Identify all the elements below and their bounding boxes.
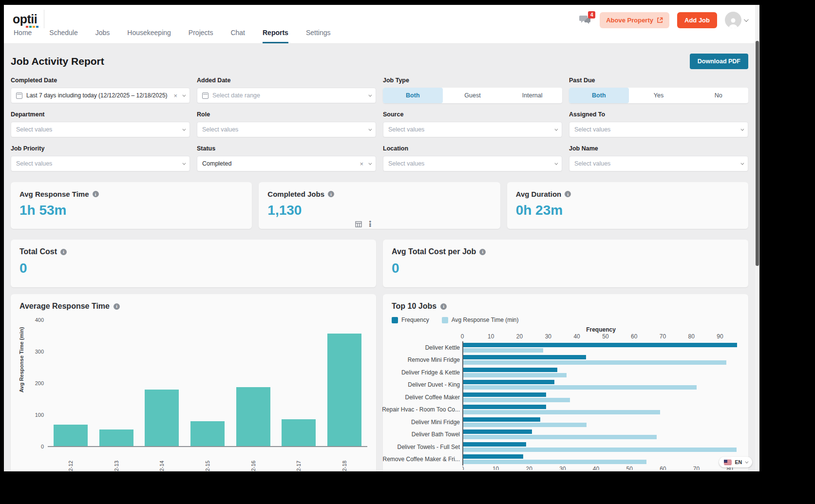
filter-source: Source Select values	[383, 111, 562, 137]
segment-option-no[interactable]: No	[688, 88, 748, 103]
avg-response-time-bar[interactable]	[463, 410, 660, 414]
us-flag-icon	[724, 460, 732, 465]
tab-housekeeping[interactable]: Housekeeping	[127, 29, 171, 43]
bar[interactable]	[236, 387, 270, 446]
avg-response-time-bar[interactable]	[463, 373, 567, 377]
assigned-to-select[interactable]: Select values	[569, 122, 748, 137]
calendar-icon	[16, 93, 22, 99]
status-select[interactable]: Completed ×	[197, 156, 376, 171]
frequency-bar[interactable]	[463, 343, 737, 347]
clear-icon[interactable]: ×	[359, 161, 364, 167]
avg-response-time-bar[interactable]	[463, 398, 570, 402]
avg-response-time-bar[interactable]	[463, 360, 726, 365]
vertical-scrollbar[interactable]	[755, 5, 759, 471]
location-select[interactable]: Select values	[383, 156, 562, 171]
info-icon[interactable]	[93, 191, 99, 197]
kpi-card-avg-total-cost-per-job: Avg Total Cost per Job 0	[383, 240, 748, 287]
avg-response-time-bar[interactable]	[463, 448, 737, 452]
chevron-down-icon	[368, 161, 372, 165]
category-label: Repair Hvac - Room Too Co...	[392, 404, 460, 416]
info-icon[interactable]	[60, 249, 67, 255]
x-tick-label: 025-12-18	[327, 447, 361, 471]
avg-response-time-bar[interactable]	[463, 348, 543, 353]
info-icon[interactable]	[114, 303, 120, 310]
table-view-icon[interactable]	[355, 221, 362, 227]
category-label: Deliver Mini Fridge	[392, 416, 460, 429]
frequency-bar[interactable]	[463, 380, 554, 384]
info-icon[interactable]	[328, 191, 334, 197]
notification-badge: 4	[588, 11, 595, 19]
segment-option-internal[interactable]: Internal	[502, 88, 562, 103]
info-icon[interactable]	[479, 249, 486, 255]
top-navigation-bar: optii HomeScheduleJobsHousekeepingProjec…	[4, 5, 755, 44]
frequency-bar[interactable]	[463, 405, 546, 409]
kpi-card-total-cost: Total Cost 0	[11, 240, 376, 287]
bar[interactable]	[54, 425, 88, 446]
added-date-select[interactable]: Select date range	[197, 88, 376, 103]
chart-row	[463, 366, 739, 379]
frequency-bar[interactable]	[463, 392, 546, 397]
tab-home[interactable]: Home	[14, 29, 32, 43]
scrollbar-thumb[interactable]	[756, 41, 759, 266]
person-icon	[728, 17, 739, 28]
chart-row	[463, 379, 739, 392]
segment-option-both[interactable]: Both	[383, 88, 443, 103]
bar[interactable]	[145, 390, 179, 446]
frequency-bar[interactable]	[463, 355, 586, 359]
segment-option-both[interactable]: Both	[569, 88, 629, 103]
info-icon[interactable]	[565, 191, 571, 197]
bar[interactable]	[327, 334, 361, 446]
frequency-bar[interactable]	[463, 417, 540, 422]
top-axis-ticks: 0102030405060708090	[462, 333, 739, 341]
kebab-menu-icon[interactable]: •••	[369, 221, 371, 227]
segment-option-guest[interactable]: Guest	[443, 88, 503, 103]
filter-job-type: Job Type BothGuestInternal	[383, 77, 562, 103]
user-menu[interactable]	[725, 12, 747, 28]
language-selector[interactable]: EN	[719, 457, 752, 467]
tab-jobs[interactable]: Jobs	[95, 29, 110, 43]
category-label: Deliver Fridge & Kettle	[392, 366, 460, 379]
chart-row	[463, 429, 739, 441]
axis-tick-label: 20	[516, 333, 523, 340]
clear-icon[interactable]: ×	[172, 93, 178, 99]
info-icon[interactable]	[440, 303, 447, 310]
job-priority-select[interactable]: Select values	[11, 156, 190, 171]
bar[interactable]	[190, 421, 225, 446]
role-select[interactable]: Select values	[197, 122, 376, 137]
department-select[interactable]: Select values	[11, 122, 190, 137]
optii-logo[interactable]: optii	[13, 12, 37, 26]
completed-date-select[interactable]: Last 7 days including today (12/12/2025 …	[11, 88, 190, 103]
category-label: Deliver Coffee Maker	[392, 391, 460, 404]
avg-response-time-bar[interactable]	[463, 423, 587, 427]
notifications-button[interactable]: 4	[579, 14, 592, 26]
chevron-down-icon	[740, 161, 744, 165]
legend-item[interactable]: Avg Response Time (min)	[442, 317, 519, 323]
avg-response-time-bar[interactable]	[463, 460, 646, 464]
source-select[interactable]: Select values	[383, 122, 562, 137]
tab-projects[interactable]: Projects	[189, 29, 213, 43]
segment-option-yes[interactable]: Yes	[629, 88, 689, 103]
avg-response-time-bar[interactable]	[463, 435, 657, 439]
axis-tick-label: 70	[693, 466, 700, 470]
logo-divider	[44, 10, 44, 28]
download-pdf-button[interactable]: Download PDF	[690, 54, 748, 69]
frequency-bar[interactable]	[463, 429, 532, 434]
above-property-button[interactable]: Above Property	[600, 12, 669, 28]
chart-row	[463, 453, 739, 466]
add-job-button[interactable]: Add Job	[677, 12, 717, 28]
job-name-select[interactable]: Select values	[569, 156, 748, 171]
frequency-bar[interactable]	[463, 368, 557, 372]
bar[interactable]	[99, 429, 133, 446]
frequency-bar[interactable]	[463, 442, 526, 447]
tab-settings[interactable]: Settings	[306, 29, 331, 43]
legend-item[interactable]: Frequency	[392, 317, 429, 323]
avg-response-time-bar[interactable]	[463, 385, 697, 390]
tab-schedule[interactable]: Schedule	[49, 29, 77, 43]
tab-chat[interactable]: Chat	[230, 29, 245, 43]
filter-added-date: Added Date Select date range	[197, 77, 376, 103]
bar[interactable]	[282, 419, 316, 446]
bar-chart: Avg Response Time (min) 0100200300400 02…	[19, 319, 367, 471]
frequency-bar[interactable]	[463, 454, 523, 459]
tab-reports[interactable]: Reports	[263, 29, 288, 43]
avatar	[725, 12, 741, 28]
